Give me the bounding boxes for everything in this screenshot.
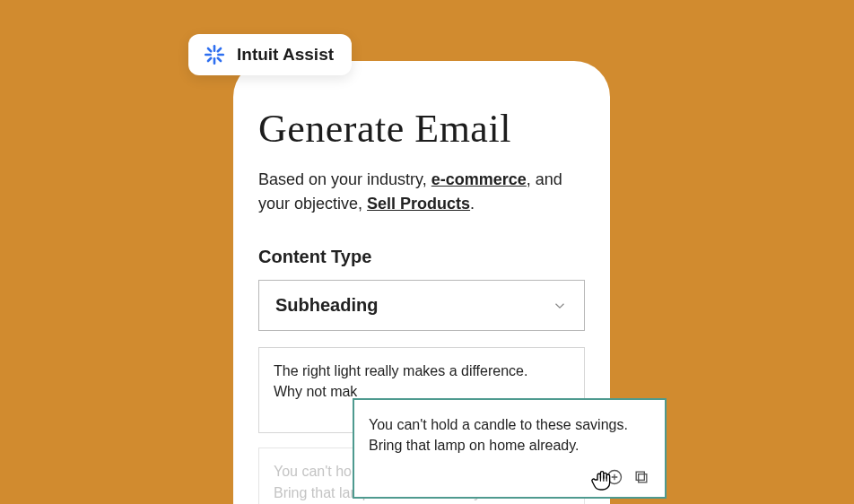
content-type-select[interactable]: Subheading bbox=[258, 280, 585, 331]
industry-link[interactable]: e-commerce bbox=[431, 170, 527, 188]
suggestion-text: The right light really makes a differenc… bbox=[274, 363, 527, 378]
svg-rect-4 bbox=[639, 474, 647, 482]
suggestion-text: You can't ho bbox=[274, 464, 352, 479]
grab-cursor-icon bbox=[588, 465, 618, 495]
select-value: Subheading bbox=[275, 295, 378, 316]
badge-label: Intuit Assist bbox=[237, 45, 334, 65]
tooltip-text: Bring that lamp on home already. bbox=[369, 438, 580, 453]
objective-link[interactable]: Sell Products bbox=[367, 195, 470, 213]
page-subtitle: Based on your industry, e-commerce, and … bbox=[258, 168, 585, 216]
suggestion-text: Why not mak bbox=[274, 384, 357, 399]
subtitle-text: . bbox=[470, 195, 475, 213]
suggestion-tooltip[interactable]: You can't hold a candle to these savings… bbox=[353, 398, 667, 499]
content-type-label: Content Type bbox=[258, 247, 585, 267]
copy-icon[interactable] bbox=[632, 468, 650, 486]
intuit-assist-badge: Intuit Assist bbox=[188, 34, 352, 75]
tooltip-text: You can't hold a candle to these savings… bbox=[369, 417, 628, 432]
page-title: Generate Email bbox=[258, 106, 585, 152]
chevron-down-icon bbox=[552, 298, 568, 314]
sparkle-icon bbox=[203, 43, 226, 66]
subtitle-text: Based on your industry, bbox=[258, 170, 431, 188]
svg-rect-5 bbox=[636, 473, 644, 481]
